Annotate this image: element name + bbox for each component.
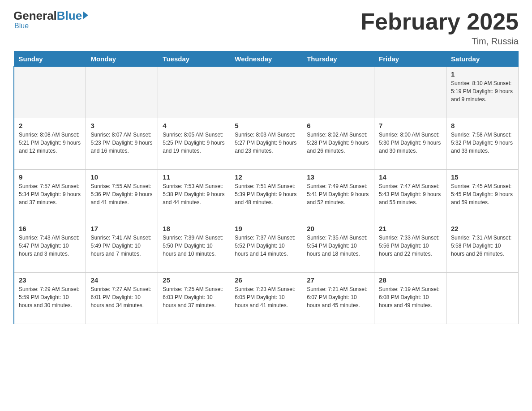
day-number: 6 [307, 122, 369, 129]
calendar-cell-w0-d6: 1Sunrise: 8:10 AM Sunset: 5:19 PM Daylig… [446, 67, 519, 118]
day-info: Sunrise: 7:23 AM Sunset: 6:05 PM Dayligh… [235, 285, 297, 309]
day-info: Sunrise: 8:07 AM Sunset: 5:23 PM Dayligh… [90, 131, 153, 155]
calendar-cell-w4-d6 [446, 273, 519, 324]
day-number: 17 [90, 225, 153, 232]
calendar-cell-w1-d1: 3Sunrise: 8:07 AM Sunset: 5:23 PM Daylig… [86, 118, 158, 170]
day-info: Sunrise: 7:19 AM Sunset: 6:08 PM Dayligh… [379, 285, 442, 309]
day-number: 27 [307, 276, 369, 284]
day-info: Sunrise: 7:58 AM Sunset: 5:32 PM Dayligh… [451, 131, 514, 155]
day-info: Sunrise: 7:27 AM Sunset: 6:01 PM Dayligh… [90, 285, 153, 309]
calendar-cell-w1-d5: 7Sunrise: 8:00 AM Sunset: 5:30 PM Daylig… [374, 118, 446, 170]
calendar-cell-w3-d6: 22Sunrise: 7:31 AM Sunset: 5:58 PM Dayli… [446, 221, 519, 273]
calendar-cell-w1-d3: 5Sunrise: 8:03 AM Sunset: 5:27 PM Daylig… [230, 118, 302, 170]
calendar-cell-w2-d1: 10Sunrise: 7:55 AM Sunset: 5:36 PM Dayli… [86, 170, 158, 221]
calendar-cell-w3-d3: 19Sunrise: 7:37 AM Sunset: 5:52 PM Dayli… [230, 221, 302, 273]
calendar-cell-w1-d6: 8Sunrise: 7:58 AM Sunset: 5:32 PM Daylig… [446, 118, 519, 170]
day-info: Sunrise: 7:47 AM Sunset: 5:43 PM Dayligh… [379, 182, 442, 206]
logo-blue: Blue [57, 9, 82, 23]
day-info: Sunrise: 7:33 AM Sunset: 5:56 PM Dayligh… [379, 234, 442, 258]
logo-general: General [13, 9, 57, 23]
col-header-monday: Monday [86, 51, 158, 67]
calendar-cell-w0-d4 [302, 67, 374, 118]
calendar-cell-w2-d6: 15Sunrise: 7:45 AM Sunset: 5:45 PM Dayli… [446, 170, 519, 221]
day-info: Sunrise: 7:39 AM Sunset: 5:50 PM Dayligh… [163, 234, 225, 258]
day-number: 2 [19, 122, 81, 129]
day-info: Sunrise: 7:31 AM Sunset: 5:58 PM Dayligh… [451, 234, 514, 258]
day-info: Sunrise: 7:35 AM Sunset: 5:54 PM Dayligh… [307, 234, 369, 258]
logo-text: General Blue [13, 9, 88, 23]
day-info: Sunrise: 8:08 AM Sunset: 5:21 PM Dayligh… [19, 131, 81, 155]
calendar-cell-w2-d3: 12Sunrise: 7:51 AM Sunset: 5:39 PM Dayli… [230, 170, 302, 221]
calendar-cell-w3-d5: 21Sunrise: 7:33 AM Sunset: 5:56 PM Dayli… [374, 221, 446, 273]
calendar-week-3: 16Sunrise: 7:43 AM Sunset: 5:47 PM Dayli… [14, 221, 519, 273]
col-header-wednesday: Wednesday [230, 51, 302, 67]
day-info: Sunrise: 7:41 AM Sunset: 5:49 PM Dayligh… [90, 234, 153, 258]
calendar-cell-w4-d1: 24Sunrise: 7:27 AM Sunset: 6:01 PM Dayli… [86, 273, 158, 324]
calendar-cell-w2-d2: 11Sunrise: 7:53 AM Sunset: 5:38 PM Dayli… [158, 170, 230, 221]
calendar-week-4: 23Sunrise: 7:29 AM Sunset: 5:59 PM Dayli… [14, 273, 519, 324]
calendar-cell-w0-d5 [374, 67, 446, 118]
calendar-cell-w0-d3 [230, 67, 302, 118]
day-number: 25 [163, 276, 225, 284]
calendar-week-2: 9Sunrise: 7:57 AM Sunset: 5:34 PM Daylig… [14, 170, 519, 221]
day-info: Sunrise: 7:49 AM Sunset: 5:41 PM Dayligh… [307, 182, 369, 206]
calendar-week-1: 2Sunrise: 8:08 AM Sunset: 5:21 PM Daylig… [14, 118, 519, 170]
calendar-cell-w4-d4: 27Sunrise: 7:21 AM Sunset: 6:07 PM Dayli… [302, 273, 374, 324]
day-number: 16 [19, 225, 81, 232]
calendar-cell-w2-d5: 14Sunrise: 7:47 AM Sunset: 5:43 PM Dayli… [374, 170, 446, 221]
day-number: 5 [235, 122, 297, 129]
day-info: Sunrise: 7:53 AM Sunset: 5:38 PM Dayligh… [163, 182, 225, 206]
calendar-subtitle: Tim, Russia [360, 36, 519, 47]
day-number: 14 [379, 173, 442, 181]
col-header-sunday: Sunday [14, 51, 86, 67]
day-info: Sunrise: 7:55 AM Sunset: 5:36 PM Dayligh… [90, 182, 153, 206]
calendar-cell-w3-d1: 17Sunrise: 7:41 AM Sunset: 5:49 PM Dayli… [86, 221, 158, 273]
day-info: Sunrise: 8:02 AM Sunset: 5:28 PM Dayligh… [307, 131, 369, 155]
day-info: Sunrise: 7:25 AM Sunset: 6:03 PM Dayligh… [163, 285, 225, 309]
calendar-title: February 2025 [360, 9, 519, 34]
col-header-thursday: Thursday [302, 51, 374, 67]
calendar-cell-w4-d0: 23Sunrise: 7:29 AM Sunset: 5:59 PM Dayli… [14, 273, 86, 324]
calendar-cell-w4-d3: 26Sunrise: 7:23 AM Sunset: 6:05 PM Dayli… [230, 273, 302, 324]
day-number: 7 [379, 122, 442, 129]
day-info: Sunrise: 7:51 AM Sunset: 5:39 PM Dayligh… [235, 182, 297, 206]
calendar-cell-w0-d1 [86, 67, 158, 118]
calendar-table: SundayMondayTuesdayWednesdayThursdayFrid… [13, 51, 519, 324]
page-header: General Blue Blue February 2025 Tim, Rus… [13, 9, 519, 47]
day-number: 20 [307, 225, 369, 232]
day-number: 13 [307, 173, 369, 181]
calendar-cell-w4-d2: 25Sunrise: 7:25 AM Sunset: 6:03 PM Dayli… [158, 273, 230, 324]
day-number: 21 [379, 225, 442, 232]
calendar-cell-w3-d0: 16Sunrise: 7:43 AM Sunset: 5:47 PM Dayli… [14, 221, 86, 273]
calendar-cell-w0-d0 [14, 67, 86, 118]
day-info: Sunrise: 7:43 AM Sunset: 5:47 PM Dayligh… [19, 234, 81, 258]
calendar-cell-w3-d2: 18Sunrise: 7:39 AM Sunset: 5:50 PM Dayli… [158, 221, 230, 273]
calendar-cell-w1-d0: 2Sunrise: 8:08 AM Sunset: 5:21 PM Daylig… [14, 118, 86, 170]
col-header-friday: Friday [374, 51, 446, 67]
calendar-cell-w1-d4: 6Sunrise: 8:02 AM Sunset: 5:28 PM Daylig… [302, 118, 374, 170]
day-info: Sunrise: 7:57 AM Sunset: 5:34 PM Dayligh… [19, 182, 81, 206]
calendar-header-row: SundayMondayTuesdayWednesdayThursdayFrid… [14, 51, 519, 67]
day-info: Sunrise: 8:03 AM Sunset: 5:27 PM Dayligh… [235, 131, 297, 155]
day-number: 4 [163, 122, 225, 129]
day-number: 23 [19, 276, 81, 284]
day-info: Sunrise: 8:05 AM Sunset: 5:25 PM Dayligh… [163, 131, 225, 155]
day-number: 18 [163, 225, 225, 232]
day-number: 15 [451, 173, 514, 181]
col-header-tuesday: Tuesday [158, 51, 230, 67]
day-number: 9 [19, 173, 81, 181]
logo-subtitle: Blue [14, 22, 29, 30]
title-block: February 2025 Tim, Russia [360, 9, 519, 47]
day-number: 12 [235, 173, 297, 181]
calendar-cell-w4-d5: 28Sunrise: 7:19 AM Sunset: 6:08 PM Dayli… [374, 273, 446, 324]
day-number: 3 [90, 122, 153, 129]
day-info: Sunrise: 7:45 AM Sunset: 5:45 PM Dayligh… [451, 182, 514, 206]
day-number: 26 [235, 276, 297, 284]
day-info: Sunrise: 7:21 AM Sunset: 6:07 PM Dayligh… [307, 285, 369, 309]
day-number: 28 [379, 276, 442, 284]
day-number: 22 [451, 225, 514, 232]
day-number: 1 [451, 70, 514, 78]
calendar-cell-w0-d2 [158, 67, 230, 118]
calendar-cell-w1-d2: 4Sunrise: 8:05 AM Sunset: 5:25 PM Daylig… [158, 118, 230, 170]
day-number: 8 [451, 122, 514, 129]
